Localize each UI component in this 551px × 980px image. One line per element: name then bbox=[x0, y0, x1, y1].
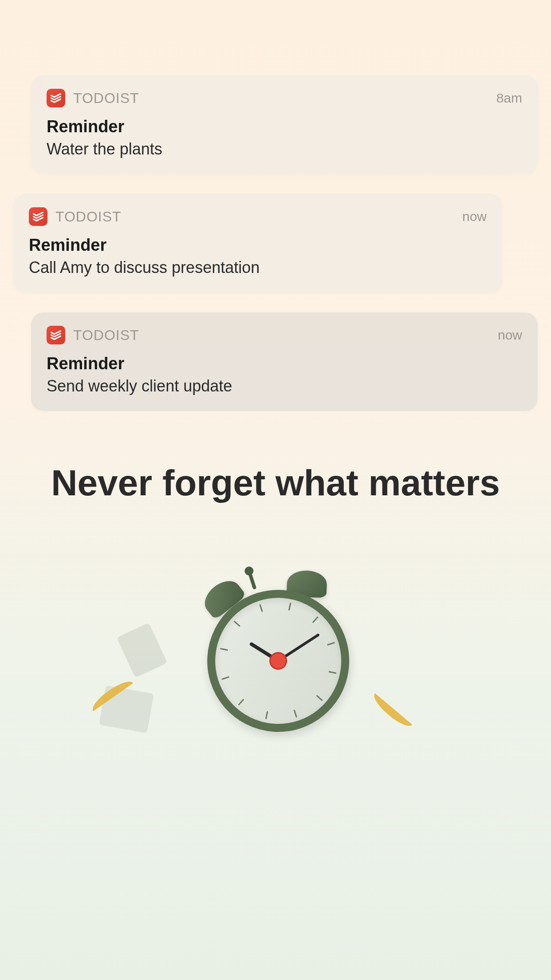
notifications-list: TODOIST 8am Reminder Water the plants TO… bbox=[0, 0, 551, 411]
notification-body: Call Amy to discuss presentation bbox=[29, 258, 487, 277]
headline-section: Never forget what matters bbox=[0, 462, 551, 504]
notification-title: Reminder bbox=[47, 117, 522, 136]
headline-text: Never forget what matters bbox=[35, 462, 516, 504]
notification-card[interactable]: TODOIST now Reminder Call Amy to discuss… bbox=[13, 194, 502, 292]
alarm-clock-illustration bbox=[0, 530, 551, 775]
notification-title: Reminder bbox=[29, 236, 487, 255]
notification-time-label: now bbox=[462, 209, 487, 224]
app-name-label: TODOIST bbox=[73, 327, 139, 344]
app-name-label: TODOIST bbox=[55, 209, 122, 225]
notification-time-label: now bbox=[498, 328, 522, 343]
notification-card[interactable]: TODOIST 8am Reminder Water the plants bbox=[31, 75, 538, 174]
notification-time-label: 8am bbox=[496, 91, 522, 106]
notification-card[interactable]: TODOIST now Reminder Send weekly client … bbox=[31, 312, 538, 411]
app-name-label: TODOIST bbox=[73, 90, 139, 107]
todoist-icon bbox=[47, 89, 65, 107]
notification-body: Send weekly client update bbox=[47, 377, 522, 395]
todoist-icon bbox=[47, 326, 65, 344]
todoist-icon bbox=[29, 207, 47, 226]
notification-body: Water the plants bbox=[47, 140, 522, 158]
notification-title: Reminder bbox=[47, 354, 522, 373]
